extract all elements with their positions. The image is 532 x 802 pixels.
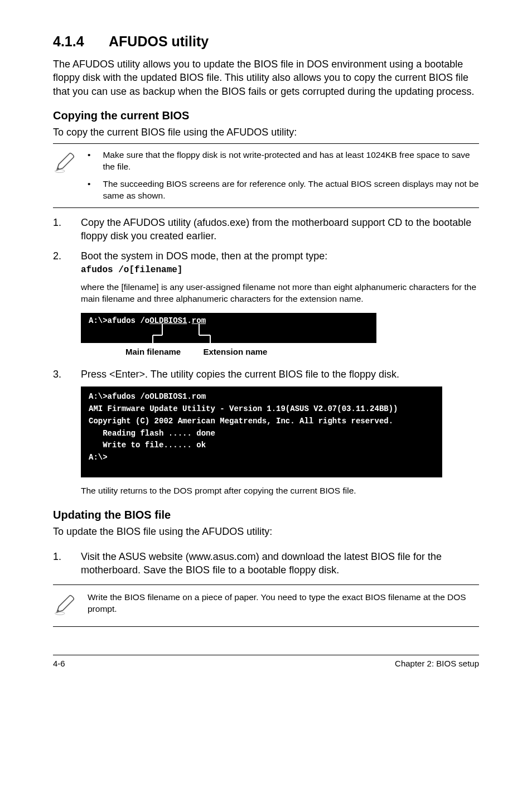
- pencil-note-icon: [53, 592, 76, 620]
- note-text-1: Make sure that the floppy disk is not wr…: [103, 149, 479, 173]
- filename-note: where the [filename] is any user-assigne…: [81, 282, 479, 305]
- page-footer: 4-6 Chapter 2: BIOS setup: [53, 655, 479, 668]
- label-extension-name: Extension name: [203, 346, 267, 357]
- updating-note-text: Write the BIOS filename on a piece of pa…: [88, 592, 479, 620]
- updating-heading: Updating the BIOS file: [53, 509, 479, 521]
- terminal-output: A:\>afudos /oOLDBIOS1.rom AMI Firmware U…: [81, 386, 442, 477]
- updating-intro: To update the BIOS file using the AFUDOS…: [53, 525, 479, 538]
- section-title-text: AFUDOS utility: [109, 33, 209, 49]
- callout-labels: Main filename Extension name: [81, 346, 479, 357]
- step-item: Visit the ASUS website (www.asus.com) an…: [53, 550, 479, 577]
- terminal-line: A:\>afudos /oOLDBIOS1.rom: [89, 316, 206, 325]
- updating-step-1: Visit the ASUS website (www.asus.com) an…: [81, 550, 479, 577]
- copying-heading: Copying the current BIOS: [53, 109, 479, 122]
- code-command: afudos /o[filename]: [81, 264, 479, 277]
- label-main-filename: Main filename: [125, 346, 181, 357]
- section-intro: The AFUDOS utility allows you to update …: [53, 57, 479, 98]
- bullet-dot: •: [88, 178, 90, 202]
- footer-chapter: Chapter 2: BIOS setup: [395, 659, 479, 668]
- terminal-line: A:\>: [89, 452, 434, 464]
- copying-intro: To copy the current BIOS file using the …: [53, 125, 479, 139]
- step-item: Press <Enter>. The utility copies the cu…: [53, 368, 479, 496]
- terminal-line: AMI Firmware Update Utility - Version 1.…: [89, 403, 434, 416]
- terminal-line: Reading flash ..... done: [89, 428, 434, 440]
- note-block: • Make sure that the floppy disk is not …: [53, 143, 479, 208]
- step-1-text: Copy the AFUDOS utility (afudos.exe) fro…: [81, 216, 479, 243]
- step-item: Boot the system in DOS mode, then at the…: [53, 249, 479, 357]
- svg-point-0: [55, 170, 65, 172]
- post-terminal-note: The utility returns to the DOS prompt af…: [81, 485, 479, 497]
- bullet-dot: •: [88, 149, 90, 173]
- terminal-line: Write to file...... ok: [89, 439, 434, 452]
- terminal-line: A:\>afudos /oOLDBIOS1.rom: [89, 391, 434, 403]
- footer-page-number: 4-6: [53, 659, 65, 668]
- step-3-text: Press <Enter>. The utility copies the cu…: [81, 368, 479, 381]
- terminal-output: A:\>afudos /oOLDBIOS1.rom: [81, 313, 376, 343]
- pencil-note-icon: [53, 149, 76, 202]
- step-item: Copy the AFUDOS utility (afudos.exe) fro…: [53, 216, 479, 243]
- section-number: 4.1.4: [53, 33, 109, 50]
- terminal-line: Copyright (C) 2002 American Megatrends, …: [89, 416, 434, 428]
- step-2-text: Boot the system in DOS mode, then at the…: [81, 249, 479, 263]
- svg-point-7: [55, 612, 65, 615]
- note-text-2: The succeeding BIOS screens are for refe…: [103, 178, 479, 202]
- section-heading: 4.1.4AFUDOS utility: [53, 33, 479, 50]
- note-block: Write the BIOS filename on a piece of pa…: [53, 584, 479, 627]
